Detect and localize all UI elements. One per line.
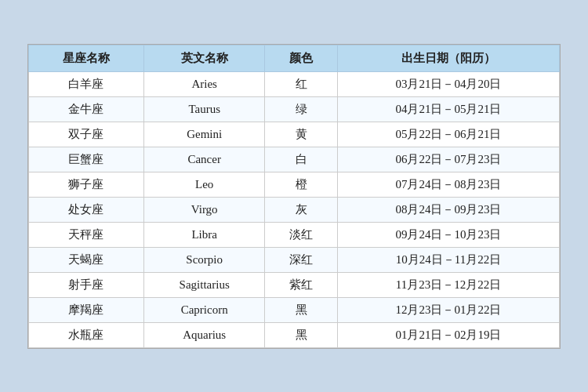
table-cell-10-2: 黑 — [265, 322, 338, 347]
table-row: 水瓶座Aquarius黑01月21日－02月19日 — [29, 322, 560, 347]
table-cell-6-0: 天秤座 — [29, 222, 144, 247]
table-cell-6-2: 淡红 — [265, 222, 338, 247]
table-header-cell: 星座名称 — [29, 45, 144, 71]
table-cell-10-3: 01月21日－02月19日 — [337, 322, 559, 347]
table-cell-6-1: Libra — [143, 222, 265, 247]
table-cell-5-3: 08月24日－09月23日 — [337, 197, 559, 222]
table-cell-7-3: 10月24日－11月22日 — [337, 247, 559, 272]
table-cell-8-1: Sagittarius — [143, 272, 265, 297]
table-cell-3-2: 白 — [265, 147, 338, 172]
table-row: 天蝎座Scorpio深红10月24日－11月22日 — [29, 247, 560, 272]
table-cell-9-2: 黑 — [265, 297, 338, 322]
table-cell-7-2: 深红 — [265, 247, 338, 272]
table-cell-2-0: 双子座 — [29, 122, 144, 147]
table-cell-0-0: 白羊座 — [29, 71, 144, 96]
table-row: 金牛座Taurus绿04月21日－05月21日 — [29, 96, 560, 122]
table-cell-7-1: Scorpio — [143, 247, 265, 272]
table-row: 白羊座Aries红03月21日－04月20日 — [29, 71, 560, 96]
table-cell-1-1: Taurus — [143, 96, 265, 122]
table-cell-3-3: 06月22日－07月23日 — [337, 147, 559, 172]
table-cell-1-2: 绿 — [265, 96, 338, 122]
table-cell-10-0: 水瓶座 — [29, 322, 144, 347]
table-cell-3-0: 巨蟹座 — [29, 147, 144, 172]
table-row: 狮子座Leo橙07月24日－08月23日 — [29, 172, 560, 197]
table-cell-4-3: 07月24日－08月23日 — [337, 172, 559, 197]
table-header-cell: 出生日期（阳历） — [337, 45, 559, 71]
table-cell-3-1: Cancer — [143, 147, 265, 172]
zodiac-table-container: 星座名称英文名称颜色出生日期（阳历） 白羊座Aries红03月21日－04月20… — [27, 44, 561, 349]
table-cell-9-0: 摩羯座 — [29, 297, 144, 322]
table-cell-5-1: Virgo — [143, 197, 265, 222]
table-cell-5-0: 处女座 — [29, 197, 144, 222]
table-cell-8-2: 紫红 — [265, 272, 338, 297]
zodiac-table: 星座名称英文名称颜色出生日期（阳历） 白羊座Aries红03月21日－04月20… — [28, 45, 560, 348]
table-cell-1-3: 04月21日－05月21日 — [337, 96, 559, 122]
table-cell-9-3: 12月23日－01月22日 — [337, 297, 559, 322]
table-row: 巨蟹座Cancer白06月22日－07月23日 — [29, 147, 560, 172]
table-row: 双子座Gemini黄05月22日－06月21日 — [29, 122, 560, 147]
table-cell-7-0: 天蝎座 — [29, 247, 144, 272]
table-cell-4-0: 狮子座 — [29, 172, 144, 197]
table-header-row: 星座名称英文名称颜色出生日期（阳历） — [29, 45, 560, 71]
table-cell-10-1: Aquarius — [143, 322, 265, 347]
table-cell-9-1: Capricorn — [143, 297, 265, 322]
table-cell-6-3: 09月24日－10月23日 — [337, 222, 559, 247]
table-cell-8-0: 射手座 — [29, 272, 144, 297]
table-cell-2-2: 黄 — [265, 122, 338, 147]
table-cell-5-2: 灰 — [265, 197, 338, 222]
table-row: 射手座Sagittarius紫红11月23日－12月22日 — [29, 272, 560, 297]
table-cell-2-3: 05月22日－06月21日 — [337, 122, 559, 147]
table-cell-4-1: Leo — [143, 172, 265, 197]
table-cell-4-2: 橙 — [265, 172, 338, 197]
table-row: 处女座Virgo灰08月24日－09月23日 — [29, 197, 560, 222]
table-body: 白羊座Aries红03月21日－04月20日金牛座Taurus绿04月21日－0… — [29, 71, 560, 347]
table-cell-0-2: 红 — [265, 71, 338, 96]
table-cell-0-1: Aries — [143, 71, 265, 96]
table-row: 摩羯座Capricorn黑12月23日－01月22日 — [29, 297, 560, 322]
table-row: 天秤座Libra淡红09月24日－10月23日 — [29, 222, 560, 247]
table-header-cell: 英文名称 — [143, 45, 265, 71]
table-cell-8-3: 11月23日－12月22日 — [337, 272, 559, 297]
table-cell-1-0: 金牛座 — [29, 96, 144, 122]
table-header-cell: 颜色 — [265, 45, 338, 71]
table-cell-2-1: Gemini — [143, 122, 265, 147]
table-cell-0-3: 03月21日－04月20日 — [337, 71, 559, 96]
